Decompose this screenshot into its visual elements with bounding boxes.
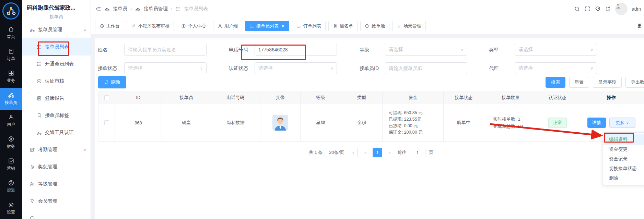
- sidebar-item-members[interactable]: 会员管理: [22, 193, 91, 210]
- app-logo[interactable]: [0, 0, 22, 22]
- rail-item-marketing[interactable]: 营销: [0, 154, 22, 175]
- prev-page-icon[interactable]: ‹: [361, 148, 369, 157]
- breadcrumb-item[interactable]: 接单员管理: [144, 6, 168, 12]
- phone-input[interactable]: [255, 44, 337, 56]
- funds-deposit: 保证金: 200.00 元: [389, 129, 423, 136]
- chevron-up-icon: ∧: [84, 28, 86, 32]
- tab-courier-list[interactable]: 接单员列表 ✕: [245, 21, 289, 31]
- breadcrumb-item[interactable]: 接单员: [113, 6, 127, 12]
- sidebar-item-courier-management[interactable]: 接单员管理 ∧: [22, 21, 91, 38]
- chevron-down-icon: ∨: [590, 48, 593, 52]
- cell-level: 星耀: [301, 104, 341, 141]
- list-icon: [36, 61, 42, 67]
- sidebar-item-partial[interactable]: [22, 210, 91, 219]
- rail-item-label: 接单员: [5, 100, 17, 106]
- refresh-icon[interactable]: [605, 6, 611, 12]
- tab-order-pool[interactable]: 抢单池: [360, 21, 389, 31]
- lines-icon: [397, 24, 401, 28]
- search-button[interactable]: 搜索: [546, 77, 565, 88]
- tab-profile-center[interactable]: 个人中心: [177, 21, 210, 31]
- page-size-select[interactable]: 20条/页 ∨: [326, 148, 358, 157]
- auth-status-select[interactable]: 请选择 ∨: [255, 62, 337, 74]
- rail-item-channels[interactable]: 渠道: [0, 175, 22, 197]
- sidebar-item-courier-tags[interactable]: 接单员标签: [22, 107, 91, 124]
- rail-item-couriers[interactable]: 接单员: [0, 88, 22, 110]
- tab-order-list[interactable]: 订单列表: [292, 21, 326, 31]
- menu-item-edit-profile[interactable]: 编辑资料: [603, 134, 644, 145]
- rail-item-home[interactable]: 首页: [0, 22, 22, 44]
- cell-avatar: [260, 104, 301, 141]
- tabs-more-label[interactable]: 更: [637, 23, 642, 29]
- tab-workbench[interactable]: 工作台: [95, 21, 124, 31]
- col-order-status: 接单状态: [444, 91, 484, 104]
- reset-button[interactable]: 重置: [569, 77, 589, 88]
- select-all-checkbox[interactable]: [104, 95, 109, 100]
- edit-document-icon: [30, 147, 35, 153]
- select-placeholder: 请选择: [518, 47, 533, 53]
- refresh-button[interactable]: 刷新: [98, 76, 126, 88]
- sidebar-item-levels[interactable]: 等级管理: [22, 175, 91, 193]
- export-button[interactable]: 导出数据: [625, 77, 644, 88]
- vip-icon: [30, 198, 35, 204]
- breadcrumb-item-current: 接单员列表: [184, 6, 208, 12]
- menu-item-delete[interactable]: 删除: [603, 173, 644, 183]
- tab-miniapp-review[interactable]: 小程序发布审核: [127, 21, 174, 31]
- type-select[interactable]: 请选择 ∨: [515, 44, 597, 56]
- worker-id-input[interactable]: [385, 62, 467, 74]
- rail-item-business[interactable]: 业务: [0, 66, 22, 88]
- topbar: 接单员 › 接单员管理 › 接单员列表 adm: [91, 0, 644, 18]
- channel-icon: [8, 180, 14, 186]
- sidebar-item-vehicle-auth[interactable]: 交通工具认证: [22, 124, 91, 141]
- sidebar-item-label: 接单员管理: [38, 27, 62, 33]
- rail-item-label: 渠道: [7, 187, 15, 193]
- tag-icon[interactable]: [595, 6, 601, 12]
- menu-item-toggle-status[interactable]: 切换接单状态: [603, 164, 644, 173]
- menu-item-funds-record[interactable]: 资金记录: [603, 154, 644, 164]
- tab-blacklist[interactable]: 黑名单: [328, 21, 358, 31]
- sidebar-item-courier-list[interactable]: 接单员列表: [22, 38, 91, 56]
- sidebar-item-rewards[interactable]: 奖惩管理: [22, 158, 91, 175]
- avatar-person-icon: [615, 3, 621, 9]
- tab-user-client[interactable]: 用户端: [213, 21, 242, 31]
- order-status-select[interactable]: 请选择 ∨: [124, 62, 207, 74]
- user-lines-icon: [30, 181, 35, 187]
- name-input[interactable]: [124, 44, 207, 56]
- menu-item-funds-change[interactable]: 资金变更: [603, 145, 644, 154]
- rail-item-label: 首页: [7, 34, 15, 40]
- row-checkbox[interactable]: [104, 120, 109, 125]
- sidebar-item-label: 认证审核: [45, 78, 64, 84]
- rail-item-label: 营销: [7, 166, 15, 171]
- chevron-right-icon: ›: [130, 6, 132, 12]
- username-label[interactable]: adm: [632, 6, 641, 12]
- collapse-menu-icon[interactable]: [96, 6, 101, 12]
- close-icon[interactable]: ✕: [281, 24, 285, 28]
- chevron-down-icon: ∨: [200, 66, 203, 71]
- search-icon[interactable]: [574, 6, 580, 12]
- current-page-button[interactable]: 1: [373, 148, 382, 157]
- level-select[interactable]: 请选择 ∨: [385, 44, 467, 56]
- user-icon: [218, 24, 222, 28]
- sidebar-item-attendance[interactable]: 考勤管理 ∨: [22, 141, 91, 158]
- user-avatar[interactable]: [615, 3, 628, 15]
- more-button[interactable]: 更多 ∨: [609, 118, 635, 128]
- goto-page-input[interactable]: [410, 148, 425, 157]
- rail-item-settings[interactable]: 设置: [0, 197, 22, 219]
- tab-label: 黑名单: [340, 23, 353, 29]
- sidebar-item-member-open-list[interactable]: 开通会员列表: [22, 56, 91, 73]
- rail-item-users[interactable]: 用户: [0, 110, 22, 132]
- rail-item-finance[interactable]: 财务: [0, 132, 22, 154]
- funds-withdrawable: 可提现: 650.85 元: [389, 110, 423, 116]
- show-fields-button[interactable]: 显示字段: [593, 77, 622, 88]
- scooter-logo-icon: [5, 5, 17, 17]
- funds-frozen: 已冻结: 0.00 元: [389, 123, 418, 129]
- rail-item-orders[interactable]: 订单: [0, 44, 22, 66]
- sidebar-item-auth-review[interactable]: 认证审核: [22, 73, 91, 90]
- detail-button[interactable]: 详情: [587, 118, 606, 128]
- fullscreen-icon[interactable]: [584, 6, 590, 12]
- sidebar-item-health-report[interactable]: 健康报告: [22, 90, 91, 107]
- next-page-icon[interactable]: ›: [386, 148, 394, 157]
- agent-select[interactable]: 请选择 ∨: [515, 62, 597, 74]
- sidebar-item-label: 接单员列表: [45, 44, 69, 50]
- tab-scene-management[interactable]: 场景管理: [392, 21, 426, 31]
- tab-label: 工作台: [106, 23, 120, 29]
